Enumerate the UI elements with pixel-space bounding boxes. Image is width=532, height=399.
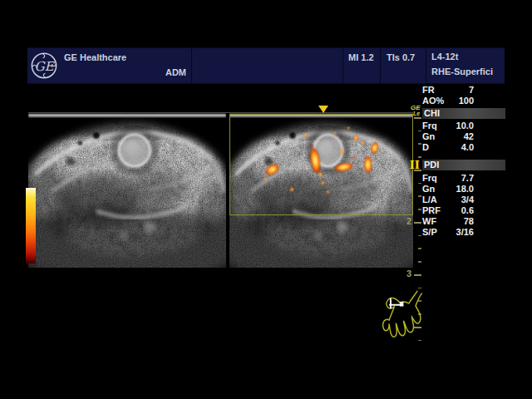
chi-frq-row: Frq 10.0 [422,121,474,131]
ge-monogram: GE [34,59,55,74]
pdi-sp-label: S/P [422,227,437,237]
ao-label: AO% [422,96,444,106]
pdi-gn-row: Gn 18.0 [422,184,474,194]
pdi-la-value: 3/4 [461,195,474,204]
pdi-prf-value: 0.6 [461,205,474,215]
pdi-la-row: L/A 3/4 [422,195,474,204]
frame-rate-row: FR 7 [422,85,474,95]
chi-section-header: CHI [422,108,505,119]
pdi-frq-label: Frq [422,173,437,183]
pdi-wf-row: WF 78 [422,216,474,226]
mi-cell: MI 1.2 [342,48,380,83]
pdi-section-header: PDI [422,160,505,170]
chi-frq-value: 10.0 [456,121,474,131]
probe-cell: L4-12t RHE-Superfici [426,48,505,83]
operator-id: ADM [165,67,186,77]
probe-name: L4-12t [431,52,458,62]
fr-label: FR [422,85,435,95]
chi-depth-value: 4.0 [461,142,474,152]
pdi-frq-value: 7.7 [461,173,474,183]
acoustic-output-row: AO% 100 [422,96,474,106]
ao-value: 100 [459,96,474,106]
chi-depth-label: D [422,142,429,152]
fr-value: 7 [469,85,474,95]
pdi-prf-row: PRF 0.6 [422,205,474,215]
tis-cell: TIs 0.7 [380,48,426,83]
preset-name: RHE-Superfici [431,66,493,76]
body-marker-hand-icon [373,288,425,352]
ge-logo-icon: GE [30,52,58,80]
pdi-la-label: L/A [422,195,437,204]
pdi-wf-label: WF [422,216,436,226]
focus-position-marker: II [410,160,420,171]
depth-mark-2cm: 2 [406,216,411,226]
pdi-gn-value: 18.0 [456,184,474,194]
doppler-colorbar [26,188,36,264]
depth-mark-3cm: 3 [406,268,411,278]
chi-frq-label: Frq [422,121,437,131]
topbar: GE GE Healthcare ADM MI 1.2 TIs 0.7 L4-1… [27,47,505,84]
pdi-prf-label: PRF [422,205,441,215]
topbar-spacer [191,48,342,83]
pdi-wf-value: 78 [464,216,474,226]
orientation-mark-sub: Le [411,111,421,116]
tis-value: TIs 0.7 [387,52,415,62]
chi-gn-value: 42 [464,131,474,141]
bmode-image-left [28,110,226,268]
color-roi-box [229,114,413,215]
chi-gn-label: Gn [422,131,435,141]
orientation-mark-text: GE [411,105,421,111]
probe-orientation-mark: GE Le [411,105,421,116]
brand-cell: GE GE Healthcare ADM [27,48,191,83]
probe-center-marker-icon [318,106,328,113]
mi-value: MI 1.2 [348,52,374,62]
pdi-frq-row: Frq 7.7 [422,173,474,183]
chi-depth-row: D 4.0 [422,142,474,152]
chi-gn-row: Gn 42 [422,131,474,141]
brand-label: GE Healthcare [64,52,126,62]
pdi-sp-value: 3/16 [456,227,474,237]
ultrasound-screen: GE GE Healthcare ADM MI 1.2 TIs 0.7 L4-1… [0,0,532,399]
image-top-border [28,112,413,113]
pdi-sp-row: S/P 3/16 [422,227,474,237]
pdi-gn-label: Gn [422,184,435,194]
